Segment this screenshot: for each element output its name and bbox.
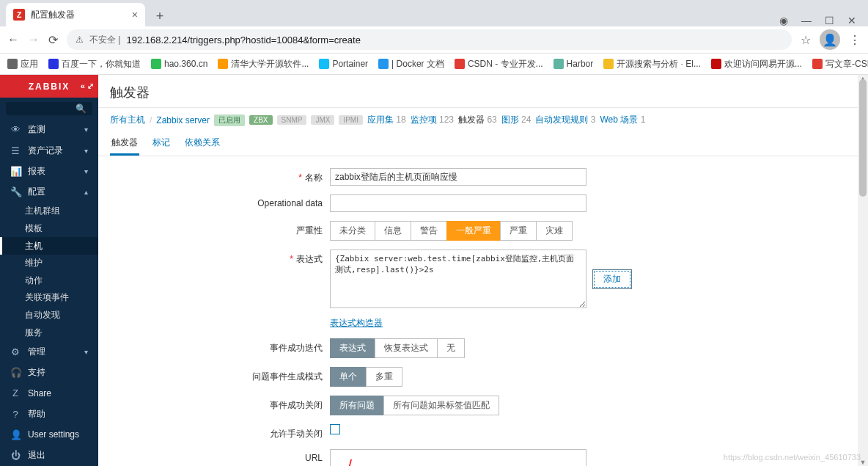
url-input[interactable] — [330, 449, 586, 466]
expr-textarea[interactable]: {Zabbix server:web.test.time[zabbix登陆监控,… — [330, 250, 586, 308]
bookmarks-bar: 应用 百度一下，你就知道 hao.360.cn 清华大学开源软件... Port… — [0, 53, 868, 75]
sidebar: ZABBIX« ⤢ 🔍 👁监测▾ ☰资产记录▾ 📊报表▾ 🔧配置▴ 主机群组 模… — [0, 75, 98, 466]
watermark: https://blog.csdn.net/weixin_45610733 — [724, 453, 861, 462]
nav-reports[interactable]: 📊报表▾ — [0, 161, 98, 181]
record-icon[interactable]: ◉ — [779, 15, 788, 26]
help-icon: ? — [10, 409, 21, 420]
okgen-recov[interactable]: 恢复表达式 — [375, 338, 438, 358]
nav-assets[interactable]: ☰资产记录▾ — [0, 140, 98, 161]
okclose-tag[interactable]: 所有问题如果标签值匹配 — [383, 396, 499, 415]
probgen-single[interactable]: 单个 — [330, 367, 367, 387]
label-name: 名称 — [305, 172, 323, 183]
sidebar-search[interactable]: 🔍 — [6, 102, 92, 114]
close-window-icon[interactable]: ✕ — [847, 15, 856, 26]
label-url: URL — [305, 453, 323, 463]
nav-logout[interactable]: ⏻退出 — [0, 445, 98, 466]
close-icon[interactable]: × — [132, 9, 138, 21]
nav-monitor[interactable]: 👁监测▾ — [0, 120, 98, 140]
browser-tab[interactable]: Z 配置触发器 × — [6, 3, 145, 26]
crumb-allhosts[interactable]: 所有主机 — [110, 114, 145, 126]
insecure-icon: ⚠ — [76, 34, 84, 45]
crumb-graphs[interactable]: 图形 24 — [501, 114, 532, 126]
bookmark-netease[interactable]: 欢迎访问网易开源... — [711, 58, 802, 70]
sub-hosts[interactable]: 主机 — [0, 237, 98, 255]
bookmark-baidu[interactable]: 百度一下，你就知道 — [48, 58, 141, 70]
sub-disc[interactable]: 自动发现 — [0, 307, 98, 324]
probgen-multi[interactable]: 多重 — [366, 367, 402, 387]
tab-deps[interactable]: 依赖关系 — [183, 131, 221, 156]
crumb-web[interactable]: Web 场景 1 — [600, 114, 645, 126]
label-manclose: 允许手动关闭 — [270, 429, 323, 439]
crumb-disc[interactable]: 自动发现规则 3 — [535, 114, 595, 126]
back-icon[interactable]: ← — [7, 33, 19, 46]
bookmark-tsinghua[interactable]: 清华大学开源软件... — [218, 58, 309, 70]
nav-admin[interactable]: ⚙管理▾ — [0, 341, 98, 362]
opdata-input[interactable] — [330, 194, 586, 212]
bookmark-hao360[interactable]: hao.360.cn — [151, 59, 207, 69]
nav-support[interactable]: 🎧支持 — [0, 362, 98, 382]
okgen-expr[interactable]: 表达式 — [330, 338, 375, 358]
support-icon: 🎧 — [10, 367, 21, 378]
bookmark-docker[interactable]: | Docker 文档 — [378, 58, 444, 70]
new-tab-button[interactable]: + — [150, 6, 170, 26]
tab-title: 配置触发器 — [31, 9, 126, 21]
sev-1[interactable]: 信息 — [375, 221, 411, 241]
tab-trigger[interactable]: 触发器 — [110, 131, 139, 156]
omnibox[interactable]: ⚠ 不安全 | 192.168.2.214/triggers.php?hosti… — [67, 29, 792, 50]
sub-actions[interactable]: 动作 — [0, 272, 98, 290]
maximize-icon[interactable]: ☐ — [825, 15, 834, 26]
bookmark-harbor[interactable]: Harbor — [553, 59, 594, 69]
okgen-none[interactable]: 无 — [437, 338, 465, 358]
zabbix-logo[interactable]: ZABBIX« ⤢ — [0, 75, 98, 98]
minimize-icon[interactable]: — — [801, 15, 812, 26]
bookmark-csdn[interactable]: CSDN - 专业开发... — [455, 58, 543, 70]
label-expr: 表达式 — [296, 254, 323, 264]
sev-3[interactable]: 一般严重 — [446, 221, 501, 241]
apps-button[interactable]: 应用 — [7, 58, 38, 70]
scrollbar[interactable]: ▲ ▼ — [858, 75, 868, 466]
search-icon: 🔍 — [76, 103, 87, 114]
tab-tags[interactable]: 标记 — [151, 131, 172, 156]
profile-avatar[interactable]: 👤 — [820, 29, 840, 50]
label-severity: 严重性 — [296, 225, 323, 236]
secure-label: 不安全 | — [89, 34, 120, 46]
severity-group: 未分类 信息 警告 一般严重 严重 灾难 — [330, 221, 573, 241]
sub-corr[interactable]: 关联项事件 — [0, 289, 98, 307]
sub-hostgroups[interactable]: 主机群组 — [0, 203, 98, 220]
expr-builder-link[interactable]: 表达式构造器 — [330, 317, 383, 330]
crumb-items[interactable]: 监控项 123 — [411, 114, 454, 126]
menu-icon[interactable]: ⋮ — [849, 33, 861, 47]
crumb-apps[interactable]: 应用集 18 — [367, 114, 406, 126]
chart-icon: 📊 — [10, 166, 21, 177]
label-okclose: 事件成功关闭 — [270, 400, 323, 410]
bookmark-star-icon[interactable]: ☆ — [801, 33, 811, 47]
collapse-icon[interactable]: « ⤢ — [81, 81, 94, 91]
sev-2[interactable]: 警告 — [411, 221, 447, 241]
sev-0[interactable]: 未分类 — [330, 221, 375, 241]
main-content: 触发器 所有主机/ Zabbix server 已启用 ZBX SNMP JMX… — [98, 75, 868, 466]
forward-icon: → — [28, 33, 40, 46]
sub-services[interactable]: 服务 — [0, 324, 98, 341]
expr-add-button[interactable]: 添加 — [592, 269, 632, 289]
nav-help[interactable]: ?帮助 — [0, 404, 98, 424]
nav-share[interactable]: ZShare — [0, 383, 98, 404]
bookmark-portainer[interactable]: Portainer — [319, 59, 368, 69]
name-input[interactable] — [330, 168, 586, 186]
user-icon: 👤 — [10, 429, 21, 440]
okclose-all[interactable]: 所有问题 — [330, 396, 384, 415]
bookmark-search[interactable]: 开源搜索与分析 · El... — [603, 58, 701, 70]
scroll-thumb[interactable] — [859, 79, 867, 197]
reload-icon[interactable]: ⟳ — [48, 33, 58, 47]
sub-templates[interactable]: 模板 — [0, 220, 98, 238]
nav-config[interactable]: 🔧配置▴ — [0, 182, 98, 203]
nav-user[interactable]: 👤User settings — [0, 424, 98, 445]
status-enabled: 已启用 — [214, 114, 245, 126]
bookmark-write[interactable]: 写文章-CSDN博客 — [812, 58, 868, 70]
pill-ipmi: IPMI — [339, 115, 363, 125]
sub-maint[interactable]: 维护 — [0, 255, 98, 272]
sev-4[interactable]: 严重 — [500, 221, 537, 241]
chevron-up-icon: ▴ — [84, 188, 88, 196]
manclose-checkbox[interactable] — [330, 424, 340, 434]
crumb-server[interactable]: Zabbix server — [156, 115, 210, 125]
sev-5[interactable]: 灾难 — [536, 221, 573, 241]
